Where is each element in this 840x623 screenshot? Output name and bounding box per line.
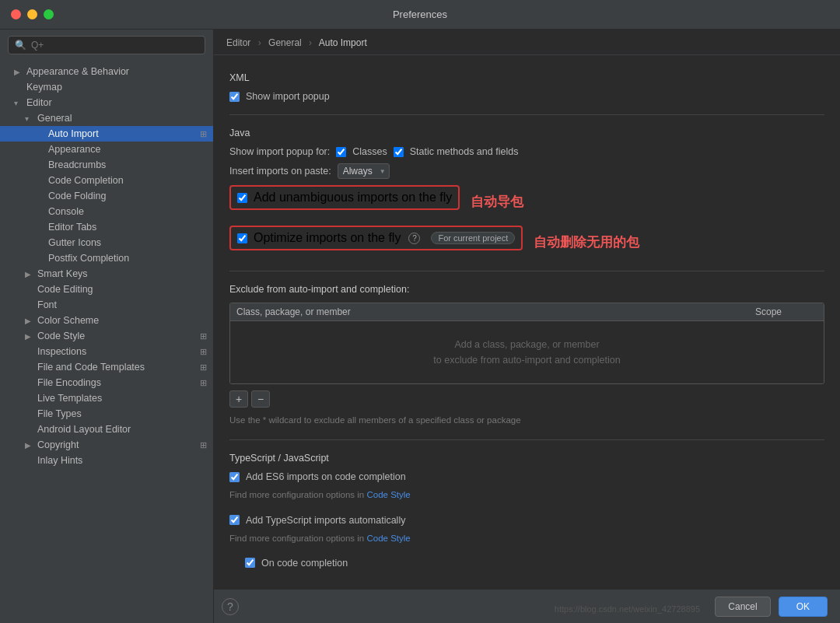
- sidebar-item-label: Editor Tabs: [48, 222, 96, 233]
- search-input[interactable]: [31, 40, 198, 51]
- help-circle-icon[interactable]: ?: [408, 233, 420, 244]
- sidebar-item-keymap[interactable]: Keymap: [0, 79, 213, 95]
- insert-imports-select-wrap[interactable]: Always Ask Never: [338, 163, 390, 179]
- show-import-popup-label: Show import popup: [246, 91, 330, 102]
- sidebar-item-console[interactable]: Console: [0, 204, 213, 219]
- add-typescript-label: Add TypeScript imports automatically: [246, 515, 405, 526]
- breadcrumb-sep2: ›: [309, 37, 312, 48]
- sidebar-item-label: Inspections: [37, 346, 86, 357]
- sidebar-item-label: Code Completion: [48, 175, 124, 186]
- add-unambiguous-label: Add unambiguous imports on the fly: [254, 191, 452, 205]
- show-import-popup-java-row: Show import popup for: Classes Static me…: [229, 146, 824, 157]
- bottom-bar: ? https://blog.csdn.net/weixin_42728895 …: [214, 589, 840, 623]
- classes-label: Classes: [352, 146, 387, 157]
- on-code-completion-checkbox[interactable]: [245, 558, 255, 568]
- insert-imports-row: Insert imports on paste: Always Ask Neve…: [229, 163, 824, 179]
- sidebar-item-file-encodings[interactable]: File Encodings ⊞: [0, 375, 213, 390]
- arrow-icon: ▾: [25, 114, 36, 123]
- maximize-button[interactable]: [44, 9, 54, 19]
- sidebar-item-editor[interactable]: ▾ Editor: [0, 95, 213, 110]
- add-es6-checkbox[interactable]: [229, 472, 240, 482]
- sidebar-item-appearance[interactable]: Appearance: [0, 142, 213, 157]
- sidebar-item-postfix-completion[interactable]: Postfix Completion: [0, 250, 213, 266]
- sidebar-item-copyright[interactable]: ▶ Copyright ⊞: [0, 437, 213, 453]
- divider-java-exclude: [229, 271, 824, 271]
- optimize-imports-row: Optimize imports on the fly ? For curren…: [229, 226, 824, 258]
- hint-line2: to exclude from auto-import and completi…: [433, 352, 620, 368]
- sidebar-item-android-layout-editor[interactable]: Android Layout Editor: [0, 422, 213, 437]
- exclude-table: Class, package, or member Scope Add a cl…: [229, 303, 824, 384]
- show-import-popup-java-label: Show import popup for:: [229, 146, 330, 157]
- sidebar-item-label: Auto Import: [48, 128, 99, 139]
- sidebar-item-code-completion[interactable]: Code Completion: [0, 173, 213, 188]
- ok-button[interactable]: OK: [779, 597, 828, 617]
- sidebar-item-file-types[interactable]: File Types: [0, 406, 213, 422]
- ts-section-label: TypeScript / JavaScript: [229, 453, 824, 464]
- sidebar-item-inspections[interactable]: Inspections ⊞: [0, 344, 213, 359]
- sidebar-item-label: Breadcrumbs: [48, 159, 106, 170]
- sidebar-item-gutter-icons[interactable]: Gutter Icons: [0, 235, 213, 250]
- breadcrumb: Editor › General › Auto Import: [214, 30, 840, 55]
- minimize-button[interactable]: [27, 9, 37, 19]
- sidebar-item-editor-tabs[interactable]: Editor Tabs: [0, 219, 213, 235]
- search-box[interactable]: 🔍: [8, 36, 205, 54]
- insert-imports-select[interactable]: Always Ask Never: [338, 163, 390, 179]
- code-style-link-1[interactable]: Code Style: [366, 490, 410, 499]
- for-current-project-badge: For current project: [431, 232, 515, 244]
- sidebar-item-code-folding[interactable]: Code Folding: [0, 188, 213, 204]
- sidebar-item-label: Gutter Icons: [48, 237, 101, 248]
- add-typescript-checkbox[interactable]: [229, 515, 240, 525]
- exclude-table-header: Class, package, or member Scope: [230, 303, 824, 321]
- sidebar-item-label: Color Scheme: [37, 315, 99, 326]
- sidebar-item-smart-keys[interactable]: ▶ Smart Keys: [0, 266, 213, 282]
- sidebar-item-code-style[interactable]: ▶ Code Style ⊞: [0, 328, 213, 344]
- sidebar-item-color-scheme[interactable]: ▶ Color Scheme: [0, 313, 213, 328]
- static-methods-checkbox[interactable]: [394, 147, 404, 157]
- code-style-link-2[interactable]: Code Style: [366, 534, 410, 543]
- add-unambiguous-checkbox[interactable]: [237, 193, 247, 203]
- exclude-table-body: Add a class, package, or member to exclu…: [230, 321, 824, 383]
- breadcrumb-part2: General: [268, 37, 302, 48]
- on-code-completion-label: On code completion: [261, 558, 348, 569]
- remove-exclude-button[interactable]: −: [251, 390, 270, 408]
- badge-icon: ⊞: [200, 440, 207, 450]
- sidebar-item-appearance-behavior[interactable]: ▶ Appearance & Behavior: [0, 64, 213, 79]
- sidebar-item-label: Code Folding: [48, 191, 106, 201]
- badge-icon: ⊞: [200, 347, 207, 357]
- window-title: Preferences: [393, 9, 447, 20]
- optimize-imports-checkbox[interactable]: [237, 233, 247, 243]
- sidebar-item-code-editing[interactable]: Code Editing: [0, 282, 213, 297]
- insert-imports-label: Insert imports on paste:: [229, 166, 331, 177]
- sidebar-item-live-templates[interactable]: Live Templates: [0, 390, 213, 406]
- add-exclude-button[interactable]: +: [229, 390, 248, 408]
- add-typescript-row: Add TypeScript imports automatically: [229, 515, 824, 526]
- sidebar-item-file-code-templates[interactable]: File and Code Templates ⊞: [0, 359, 213, 375]
- breadcrumb-part1: Editor: [226, 37, 250, 48]
- sidebar-item-general[interactable]: ▾ General: [0, 110, 213, 126]
- sidebar: 🔍 ▶ Appearance & Behavior Keymap ▾ Edito…: [0, 30, 214, 623]
- sidebar-item-label: File Encodings: [37, 377, 101, 388]
- optimize-imports-label: Optimize imports on the fly: [254, 231, 401, 245]
- sidebar-item-font[interactable]: Font: [0, 297, 213, 313]
- sidebar-item-inlay-hints[interactable]: Inlay Hints: [0, 453, 213, 468]
- classes-checkbox[interactable]: [336, 147, 346, 157]
- arrow-icon: ▶: [25, 441, 36, 450]
- traffic-lights[interactable]: [11, 9, 54, 19]
- close-button[interactable]: [11, 9, 21, 19]
- add-unambiguous-annotation: 自动导包: [471, 193, 523, 211]
- sidebar-item-breadcrumbs[interactable]: Breadcrumbs: [0, 157, 213, 173]
- java-section-label: Java: [229, 128, 824, 138]
- table-actions: + −: [229, 390, 824, 408]
- show-import-popup-checkbox[interactable]: [229, 92, 240, 102]
- add-unambiguous-highlight: Add unambiguous imports on the fly: [229, 185, 460, 210]
- breadcrumb-sep1: ›: [258, 37, 261, 48]
- sidebar-item-auto-import[interactable]: Auto Import ⊞: [0, 126, 213, 142]
- help-button[interactable]: ?: [222, 598, 239, 615]
- static-methods-label: Static methods and fields: [410, 146, 519, 157]
- badge-icon: ⊞: [200, 378, 207, 388]
- sidebar-tree: ▶ Appearance & Behavior Keymap ▾ Editor …: [0, 61, 213, 623]
- cancel-button[interactable]: Cancel: [715, 597, 770, 617]
- col-main-header: Class, package, or member: [236, 306, 755, 317]
- sidebar-item-label: Smart Keys: [37, 268, 88, 279]
- divider-xml-java: [229, 114, 824, 115]
